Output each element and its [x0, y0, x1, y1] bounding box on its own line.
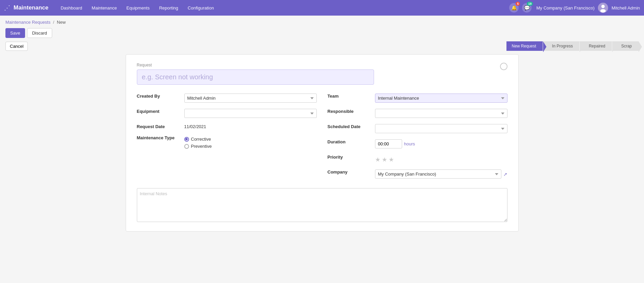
maintenance-type-row: Maintenance Type Corrective Preventive — [137, 133, 317, 149]
responsible-row: Responsible — [328, 107, 507, 118]
request-date-value[interactable]: 11/02/2021 — [184, 122, 317, 129]
created-by-value: Mitchell Admin — [184, 92, 317, 103]
username[interactable]: Mitchell Admin — [611, 5, 640, 11]
maintenance-type-radio-group: Corrective Preventive — [184, 135, 317, 149]
breadcrumb: Maintenance Requests / New — [5, 20, 639, 25]
scheduled-date-label: Scheduled Date — [328, 122, 375, 129]
duration-input-row: hours — [375, 139, 507, 148]
duration-unit: hours — [404, 141, 415, 146]
form-right: Team Internal Maintenance Responsible — [328, 92, 507, 183]
team-row: Team Internal Maintenance — [328, 92, 507, 103]
corrective-label: Corrective — [191, 137, 211, 142]
chat-count: 18 — [527, 2, 533, 6]
nav-dashboard[interactable]: Dashboard — [57, 3, 86, 13]
nav-menu: Dashboard Maintenance Equipments Reporti… — [57, 3, 509, 13]
nav-maintenance[interactable]: Maintenance — [88, 3, 121, 13]
responsible-select[interactable] — [375, 109, 507, 118]
maintenance-type-label: Maintenance Type — [137, 133, 184, 140]
pipeline-step-scrap[interactable]: Scrap — [612, 41, 639, 51]
corrective-radio[interactable] — [184, 137, 189, 142]
request-date-label: Request Date — [137, 122, 184, 129]
scheduled-date-select[interactable] — [375, 124, 507, 133]
company-input-row: My Company (San Francisco) ➚ — [375, 169, 507, 179]
star-2[interactable]: ★ — [382, 156, 387, 163]
avatar[interactable] — [598, 3, 608, 13]
priority-label: Priority — [328, 153, 375, 160]
request-section-label: Request — [137, 63, 507, 67]
priority-row: Priority ★ ★ ★ — [328, 153, 507, 163]
equipment-label: Equipment — [137, 107, 184, 114]
priority-stars: ★ ★ ★ — [375, 155, 507, 163]
pipeline-step-new-request[interactable]: New Request — [506, 41, 543, 51]
brand-name: Maintenance — [14, 4, 48, 11]
page-wrapper: Maintenance Requests / New Save Discard … — [0, 16, 644, 283]
request-title-input[interactable] — [137, 69, 374, 85]
breadcrumb-separator: / — [53, 20, 55, 25]
topnav: ⋰ Maintenance Dashboard Maintenance Equi… — [0, 0, 644, 16]
equipment-row: Equipment — [137, 107, 317, 118]
nav-configuration[interactable]: Configuration — [184, 3, 218, 13]
equipment-select[interactable] — [184, 109, 317, 118]
nav-equipments[interactable]: Equipments — [122, 3, 154, 13]
duration-row: Duration hours — [328, 137, 507, 148]
svg-point-2 — [600, 9, 606, 13]
notes-area — [137, 188, 507, 223]
form-card: Request Created By Mitchell Admin — [126, 54, 519, 231]
corrective-radio-row: Corrective — [184, 137, 317, 142]
status-bar: Cancel New Request In Progress Repaired … — [5, 41, 639, 51]
preventive-radio[interactable] — [184, 144, 189, 149]
topnav-right: 🔔 5 💬 18 My Company (San Francisco) Mitc… — [509, 3, 640, 13]
pipeline-step-repaired[interactable]: Repaired — [579, 41, 612, 51]
notification-count: 5 — [516, 2, 520, 6]
preventive-label: Preventive — [191, 144, 212, 149]
priority-value: ★ ★ ★ — [375, 153, 507, 163]
equipment-value — [184, 107, 317, 118]
cancel-button[interactable]: Cancel — [5, 42, 28, 51]
discard-button[interactable]: Discard — [27, 28, 52, 38]
breadcrumb-parent[interactable]: Maintenance Requests — [5, 20, 50, 25]
scheduled-date-row: Scheduled Date — [328, 122, 507, 133]
svg-point-1 — [601, 5, 605, 8]
pipeline-step-in-progress[interactable]: In Progress — [543, 41, 580, 51]
breadcrumb-current: New — [57, 20, 66, 25]
form-left: Created By Mitchell Admin Equipment — [137, 92, 317, 183]
form-grid: Created By Mitchell Admin Equipment — [137, 92, 507, 183]
nav-reporting[interactable]: Reporting — [155, 3, 182, 13]
form-card-header: Request — [137, 63, 507, 92]
status-pipeline: New Request In Progress Repaired Scrap — [507, 41, 639, 51]
maintenance-type-value: Corrective Preventive — [184, 133, 317, 149]
save-button[interactable]: Save — [5, 28, 25, 38]
team-select[interactable]: Internal Maintenance — [375, 94, 507, 103]
notification-bell[interactable]: 🔔 5 — [509, 3, 519, 13]
company-value: My Company (San Francisco) ➚ — [375, 167, 507, 179]
duration-label: Duration — [328, 137, 375, 144]
circle-toggle-button[interactable] — [500, 63, 507, 70]
created-by-select[interactable]: Mitchell Admin — [184, 94, 317, 103]
team-label: Team — [328, 92, 375, 99]
company-label: Company — [328, 167, 375, 175]
request-date-row: Request Date 11/02/2021 — [137, 122, 317, 129]
scheduled-date-value — [375, 122, 507, 133]
team-value: Internal Maintenance — [375, 92, 507, 103]
action-bar: Save Discard — [5, 28, 639, 38]
duration-input[interactable] — [375, 139, 402, 148]
star-1[interactable]: ★ — [375, 156, 380, 163]
chat-icon[interactable]: 💬 18 — [522, 3, 532, 13]
star-3[interactable]: ★ — [389, 156, 394, 163]
internal-notes-textarea[interactable] — [137, 188, 507, 222]
company-row: Company My Company (San Francisco) ➚ — [328, 167, 507, 179]
preventive-radio-row: Preventive — [184, 144, 317, 149]
created-by-row: Created By Mitchell Admin — [137, 92, 317, 103]
company-select[interactable]: My Company (San Francisco) — [375, 169, 501, 179]
responsible-value — [375, 107, 507, 118]
grid-icon[interactable]: ⋰ — [4, 4, 10, 12]
company-external-link[interactable]: ➚ — [503, 171, 507, 177]
company-name: My Company (San Francisco) — [536, 5, 595, 11]
duration-value: hours — [375, 137, 507, 148]
created-by-label: Created By — [137, 92, 184, 99]
responsible-label: Responsible — [328, 107, 375, 114]
